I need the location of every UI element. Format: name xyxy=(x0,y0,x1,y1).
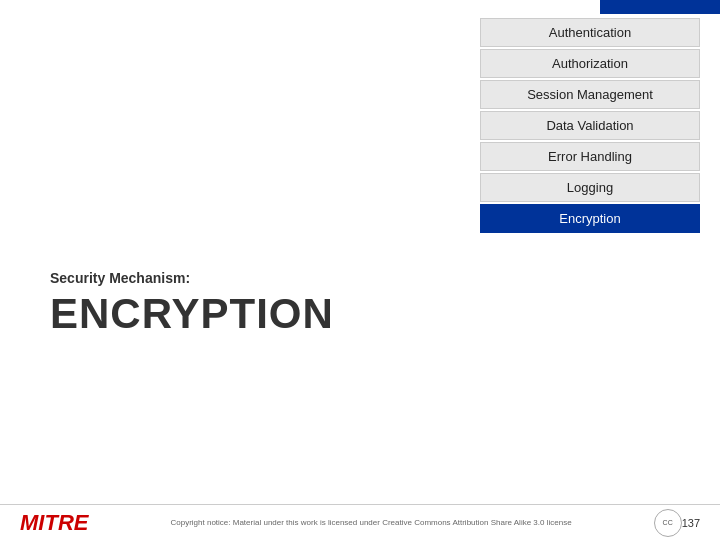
security-title: ENCRYPTION xyxy=(50,290,470,338)
nav-menu: AuthenticationAuthorizationSession Manag… xyxy=(480,18,700,233)
nav-item-authentication[interactable]: Authentication xyxy=(480,18,700,47)
nav-item-data-validation[interactable]: Data Validation xyxy=(480,111,700,140)
nav-item-error-handling[interactable]: Error Handling xyxy=(480,142,700,171)
footer-copyright: Copyright notice: Material under this wo… xyxy=(108,518,633,527)
cc-badge: CC xyxy=(654,509,682,537)
mitre-logo: MITRE xyxy=(20,510,88,536)
nav-item-logging[interactable]: Logging xyxy=(480,173,700,202)
nav-item-authorization[interactable]: Authorization xyxy=(480,49,700,78)
cc-icon: CC xyxy=(654,509,682,537)
footer: MITRE Copyright notice: Material under t… xyxy=(0,504,720,540)
nav-item-session-management[interactable]: Session Management xyxy=(480,80,700,109)
security-mechanism-label: Security Mechanism: xyxy=(50,270,470,286)
top-accent-bar xyxy=(600,0,720,14)
footer-page-number: 137 xyxy=(682,517,700,529)
nav-item-encryption[interactable]: Encryption xyxy=(480,204,700,233)
main-content: Security Mechanism: ENCRYPTION xyxy=(50,270,470,338)
